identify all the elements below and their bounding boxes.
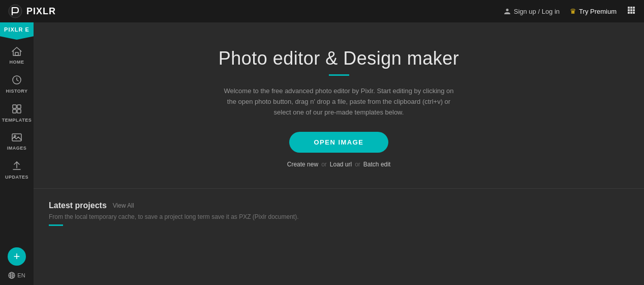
hero-section: Photo editor & Design maker Welcome to t… [34, 22, 644, 189]
globe-icon [8, 272, 15, 279]
hero-underline [329, 74, 349, 76]
pixlr-e-badge: PIXLR E [0, 22, 34, 40]
svg-rect-3 [628, 7, 630, 9]
sidebar-item-updates-label: UPDATES [5, 175, 28, 180]
logo-text: PIXLR [26, 6, 56, 17]
svg-rect-16 [13, 109, 16, 113]
sep1: or [321, 161, 327, 168]
projects-underline [49, 224, 63, 226]
projects-title: Latest projects [49, 201, 107, 210]
sidebar-item-home[interactable]: HOME [0, 42, 34, 70]
topnav: PIXLR Sign up / Log in ♛ Try Premium [0, 0, 644, 22]
svg-rect-6 [628, 9, 630, 11]
projects-description: From the local temporary cache, to save … [49, 213, 629, 220]
svg-rect-10 [630, 12, 632, 14]
premium-label: Try Premium [579, 8, 617, 15]
hero-links: Create new or Load url or Batch edit [287, 161, 390, 168]
svg-rect-15 [17, 105, 21, 108]
grid-dots-icon [627, 6, 636, 15]
person-icon [504, 8, 511, 15]
logo-area: PIXLR [8, 4, 56, 18]
svg-point-2 [506, 9, 508, 11]
body-layout: PIXLR E HOME HISTORY [0, 22, 644, 285]
pixlr-logo-icon [8, 4, 22, 18]
images-icon [12, 133, 22, 144]
home-icon [12, 47, 22, 58]
svg-rect-9 [628, 12, 630, 14]
create-new-link[interactable]: Create new [287, 161, 318, 168]
sidebar-item-templates-label: TEMPLATES [2, 118, 32, 123]
sidebar-item-updates[interactable]: UPDATES [0, 156, 34, 185]
updates-icon [12, 161, 22, 173]
sidebar-item-home-label: HOME [10, 60, 24, 65]
history-icon [12, 75, 22, 87]
sidebar: PIXLR E HOME HISTORY [0, 22, 34, 285]
main-content: Photo editor & Design maker Welcome to t… [34, 22, 644, 285]
topnav-right: Sign up / Log in ♛ Try Premium [504, 6, 636, 17]
view-all-link[interactable]: View All [113, 202, 134, 209]
open-image-button[interactable]: OPEN IMAGE [289, 132, 388, 153]
projects-section: Latest projects View All From the local … [34, 189, 644, 238]
load-url-link[interactable]: Load url [330, 161, 352, 168]
sidebar-item-images-label: IMAGES [7, 146, 27, 151]
add-button[interactable]: + [8, 247, 26, 266]
svg-rect-4 [630, 7, 632, 9]
svg-rect-8 [633, 9, 635, 11]
sep2: or [355, 161, 360, 168]
projects-header: Latest projects View All [49, 201, 629, 210]
sidebar-item-templates[interactable]: TEMPLATES [0, 99, 34, 128]
svg-rect-7 [630, 9, 632, 11]
premium-button[interactable]: ♛ Try Premium [570, 7, 617, 15]
svg-rect-17 [17, 109, 21, 113]
svg-rect-5 [633, 7, 635, 9]
signup-link[interactable]: Sign up / Log in [504, 8, 560, 15]
sidebar-item-history[interactable]: HISTORY [0, 70, 34, 99]
sidebar-item-history-label: HISTORY [6, 89, 27, 94]
language-label: EN [17, 272, 25, 278]
hero-description: Welcome to the free advanced photo edito… [222, 86, 456, 118]
apps-grid-icon[interactable] [627, 6, 636, 17]
signup-label: Sign up / Log in [514, 8, 560, 15]
sidebar-item-images[interactable]: IMAGES [0, 128, 34, 156]
svg-rect-14 [13, 105, 16, 108]
language-selector[interactable]: EN [8, 272, 25, 279]
batch-edit-link[interactable]: Batch edit [363, 161, 390, 168]
svg-rect-12 [15, 52, 18, 55]
crown-icon: ♛ [570, 7, 576, 15]
hero-title: Photo editor & Design maker [219, 48, 459, 69]
templates-icon [12, 104, 22, 116]
svg-rect-11 [633, 12, 635, 14]
